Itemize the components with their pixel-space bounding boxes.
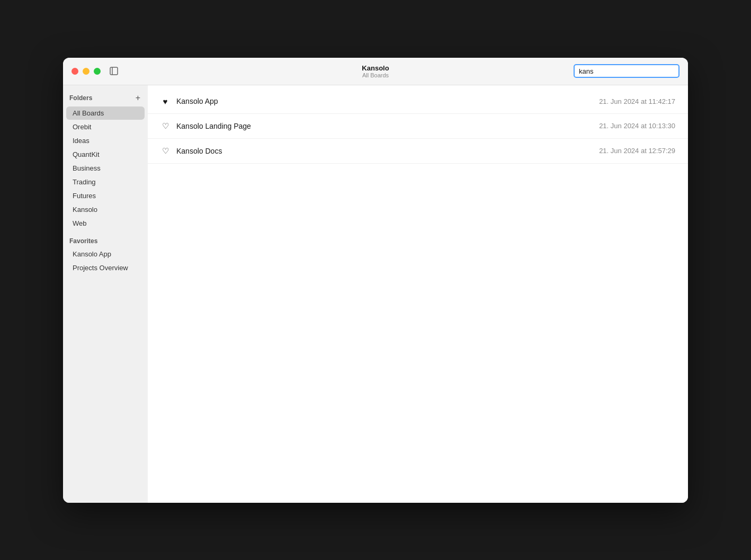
board-name: Kansolo Landing Page bbox=[176, 122, 251, 130]
main-content: Folders + All Boards Orebit Ideas QuantK… bbox=[63, 85, 688, 503]
app-window: Kansolo All Boards Folders + All Boards … bbox=[63, 58, 688, 503]
add-folder-button[interactable]: + bbox=[135, 94, 141, 102]
sidebar-item-kansolo[interactable]: Kansolo bbox=[66, 203, 145, 216]
sidebar-item-label: Orebit bbox=[73, 123, 91, 131]
sidebar-item-web[interactable]: Web bbox=[66, 217, 145, 230]
sidebar-item-projects-overview[interactable]: Projects Overview bbox=[66, 261, 145, 274]
sidebar-item-label: Business bbox=[73, 164, 101, 172]
minimize-button[interactable] bbox=[83, 68, 90, 75]
maximize-button[interactable] bbox=[94, 68, 101, 75]
sidebar-item-label: Kansolo bbox=[73, 206, 97, 214]
heart-filled-icon[interactable]: ♥ bbox=[160, 97, 170, 106]
board-item[interactable]: ♡ Kansolo Landing Page 21. Jun 2024 at 1… bbox=[148, 114, 688, 139]
board-item-left: ♡ Kansolo Docs bbox=[160, 146, 222, 156]
sidebar: Folders + All Boards Orebit Ideas QuantK… bbox=[63, 85, 148, 503]
search-input[interactable] bbox=[574, 64, 680, 78]
close-button[interactable] bbox=[71, 68, 78, 75]
board-date: 21. Jun 2024 at 12:57:29 bbox=[599, 147, 675, 155]
favorites-label: Favorites bbox=[63, 233, 148, 247]
search-container bbox=[574, 64, 680, 78]
app-subtitle: All Boards bbox=[362, 72, 389, 78]
folders-header: Folders + bbox=[63, 92, 148, 104]
board-item[interactable]: ♡ Kansolo Docs 21. Jun 2024 at 12:57:29 bbox=[148, 139, 688, 164]
folders-label: Folders bbox=[69, 94, 92, 102]
sidebar-item-business[interactable]: Business bbox=[66, 162, 145, 175]
sidebar-item-label: QuantKit bbox=[73, 150, 100, 158]
heart-empty-icon[interactable]: ♡ bbox=[160, 146, 170, 156]
board-name: Kansolo Docs bbox=[176, 147, 222, 155]
sidebar-item-label: Ideas bbox=[73, 137, 90, 145]
content-area: ♥ Kansolo App 21. Jun 2024 at 11:42:17 ♡… bbox=[148, 85, 688, 503]
sidebar-item-trading[interactable]: Trading bbox=[66, 175, 145, 189]
board-date: 21. Jun 2024 at 10:13:30 bbox=[599, 122, 675, 130]
titlebar-center: Kansolo All Boards bbox=[362, 64, 389, 78]
sidebar-item-all-boards[interactable]: All Boards bbox=[66, 106, 145, 120]
svg-rect-0 bbox=[110, 67, 118, 75]
sidebar-item-label: Web bbox=[73, 219, 87, 227]
sidebar-item-orebit[interactable]: Orebit bbox=[66, 120, 145, 134]
board-item[interactable]: ♥ Kansolo App 21. Jun 2024 at 11:42:17 bbox=[148, 90, 688, 114]
traffic-lights bbox=[71, 68, 101, 75]
heart-empty-icon[interactable]: ♡ bbox=[160, 121, 170, 131]
board-item-left: ♥ Kansolo App bbox=[160, 97, 218, 106]
sidebar-item-kansolo-app[interactable]: Kansolo App bbox=[66, 247, 145, 261]
board-list: ♥ Kansolo App 21. Jun 2024 at 11:42:17 ♡… bbox=[148, 85, 688, 168]
board-name: Kansolo App bbox=[176, 97, 218, 105]
sidebar-item-ideas[interactable]: Ideas bbox=[66, 134, 145, 147]
sidebar-item-label: Projects Overview bbox=[73, 264, 128, 272]
sidebar-item-label: Futures bbox=[73, 192, 96, 200]
board-date: 21. Jun 2024 at 11:42:17 bbox=[599, 97, 675, 105]
sidebar-item-label: Trading bbox=[73, 178, 96, 186]
titlebar: Kansolo All Boards bbox=[63, 58, 688, 85]
sidebar-item-label: Kansolo App bbox=[73, 250, 111, 258]
sidebar-item-label: All Boards bbox=[73, 109, 104, 117]
sidebar-item-quantkit[interactable]: QuantKit bbox=[66, 148, 145, 161]
app-title: Kansolo bbox=[362, 64, 389, 72]
sidebar-toggle-button[interactable] bbox=[109, 66, 119, 76]
sidebar-item-futures[interactable]: Futures bbox=[66, 189, 145, 202]
board-item-left: ♡ Kansolo Landing Page bbox=[160, 121, 251, 131]
